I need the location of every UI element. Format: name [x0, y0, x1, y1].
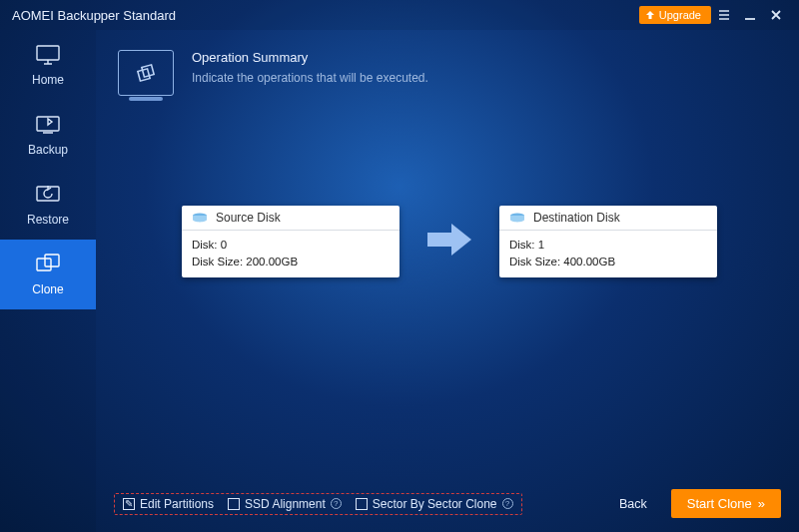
- edit-partitions-checkbox[interactable]: ✎ Edit Partitions: [123, 497, 214, 511]
- sidebar-item-label: Restore: [27, 213, 69, 227]
- main-panel: Operation Summary Indicate the operation…: [96, 30, 799, 532]
- sidebar-item-restore[interactable]: Restore: [0, 170, 96, 240]
- summary-title: Operation Summary: [192, 50, 428, 65]
- summary-subtitle: Indicate the operations that will be exe…: [192, 71, 428, 85]
- svg-rect-0: [37, 46, 59, 60]
- clone-options-group: ✎ Edit Partitions SSD Alignment ? Sector…: [114, 493, 522, 515]
- checkbox-icon: [356, 498, 368, 510]
- edit-partitions-label: Edit Partitions: [140, 497, 214, 511]
- sidebar-item-label: Clone: [32, 282, 63, 296]
- sidebar: Home Backup Restore Clone: [0, 30, 96, 532]
- svg-rect-4: [45, 255, 59, 266]
- source-disk-number: Disk: 0: [192, 237, 390, 254]
- backup-icon: [34, 113, 62, 137]
- minimize-icon: [743, 8, 757, 22]
- operation-summary: Operation Summary Indicate the operation…: [118, 50, 781, 96]
- start-clone-label: Start Clone: [687, 496, 752, 511]
- close-button[interactable]: [763, 2, 789, 28]
- destination-disk-size: Disk Size: 400.00GB: [509, 254, 707, 270]
- help-icon[interactable]: ?: [331, 498, 342, 509]
- source-disk-card[interactable]: Source Disk Disk: 0 Disk Size: 200.00GB: [182, 206, 400, 277]
- source-disk-size: Disk Size: 200.00GB: [192, 254, 390, 270]
- help-icon[interactable]: ?: [502, 498, 513, 509]
- start-clone-button[interactable]: Start Clone »: [671, 489, 781, 518]
- footer: ✎ Edit Partitions SSD Alignment ? Sector…: [96, 489, 799, 518]
- sector-by-sector-checkbox[interactable]: Sector By Sector Clone ?: [356, 497, 513, 511]
- disk-icon: [509, 213, 525, 223]
- sector-by-sector-label: Sector By Sector Clone: [373, 497, 497, 511]
- svg-rect-3: [37, 259, 51, 270]
- upgrade-button[interactable]: Upgrade: [639, 6, 711, 24]
- sidebar-item-backup[interactable]: Backup: [0, 100, 96, 170]
- home-monitor-icon: [34, 43, 62, 67]
- title-bar: AOMEI Backupper Standard Upgrade: [0, 0, 799, 30]
- destination-disk-title: Destination Disk: [533, 211, 620, 225]
- disk-icon: [192, 213, 208, 223]
- destination-disk-number: Disk: 1: [509, 237, 707, 254]
- summary-monitor-icon: [118, 50, 174, 96]
- back-label: Back: [619, 497, 647, 511]
- destination-disk-body: Disk: 1 Disk Size: 400.00GB: [499, 231, 717, 277]
- source-disk-body: Disk: 0 Disk Size: 200.00GB: [182, 231, 400, 277]
- ssd-alignment-label: SSD Alignment: [245, 497, 326, 511]
- checkbox-icon: [228, 498, 240, 510]
- sidebar-item-label: Backup: [28, 143, 68, 157]
- sidebar-item-label: Home: [32, 73, 64, 87]
- arrow-icon: [425, 220, 473, 264]
- chevron-right-icon: »: [758, 496, 765, 511]
- restore-icon: [34, 183, 62, 207]
- destination-disk-card[interactable]: Destination Disk Disk: 1 Disk Size: 400.…: [499, 206, 717, 277]
- minimize-button[interactable]: [737, 2, 763, 28]
- clone-icon: [34, 253, 62, 276]
- disk-row: Source Disk Disk: 0 Disk Size: 200.00GB …: [118, 206, 781, 277]
- overlap-squares-icon: [135, 62, 157, 84]
- summary-text: Operation Summary Indicate the operation…: [192, 50, 428, 85]
- back-button[interactable]: Back: [609, 491, 657, 517]
- sidebar-item-home[interactable]: Home: [0, 30, 96, 100]
- checkbox-icon: ✎: [123, 498, 135, 510]
- destination-disk-header: Destination Disk: [499, 206, 717, 231]
- ssd-alignment-checkbox[interactable]: SSD Alignment ?: [228, 497, 342, 511]
- menu-button[interactable]: [711, 2, 737, 28]
- source-disk-title: Source Disk: [216, 211, 281, 225]
- source-disk-header: Source Disk: [182, 206, 400, 231]
- sidebar-item-clone[interactable]: Clone: [0, 240, 96, 309]
- upgrade-label: Upgrade: [659, 9, 701, 21]
- menu-icon: [717, 8, 731, 22]
- app-title: AOMEI Backupper Standard: [12, 8, 639, 23]
- close-icon: [769, 8, 783, 22]
- upgrade-arrow-icon: [645, 10, 655, 20]
